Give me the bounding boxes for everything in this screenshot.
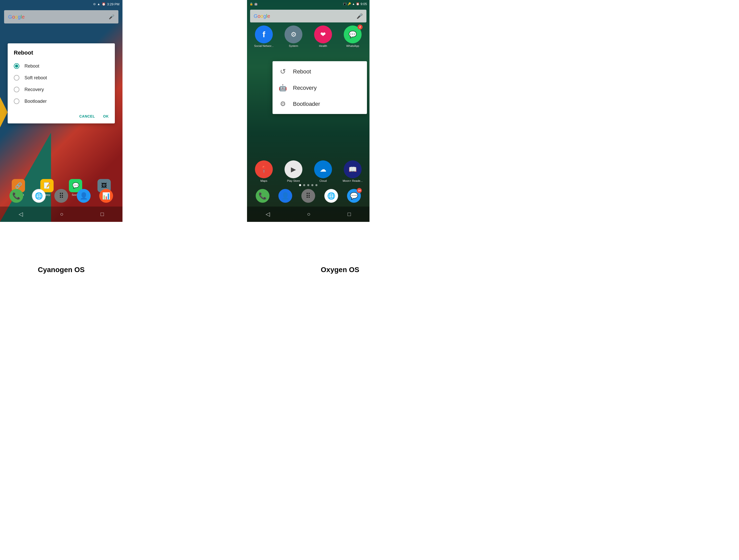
whatsapp-icon: 💬 2 bbox=[344, 25, 361, 43]
ok-button[interactable]: OK bbox=[101, 113, 111, 119]
cloud-icon: ☁ bbox=[314, 160, 332, 178]
health-icon: ❤ bbox=[314, 25, 332, 43]
context-menu-right: ↺ Reboot 🤖 Recovery ⚙ Bootloader bbox=[273, 61, 367, 114]
dock-apps[interactable]: ⠿ bbox=[54, 189, 68, 203]
vpn-icon: 🔑 bbox=[347, 2, 351, 6]
status-time-right: 9:05 bbox=[360, 2, 367, 6]
google-logo-left: Google bbox=[8, 14, 109, 20]
app-moon-reader[interactable]: 📖 Moon+ Reade... bbox=[340, 160, 365, 182]
radio-soft-reboot[interactable] bbox=[14, 75, 19, 80]
dock-contacts[interactable]: 👤 bbox=[77, 189, 91, 203]
labels-row: Cyanogen OS Oxygen OS bbox=[0, 259, 370, 280]
dock-right-apps[interactable]: ⠿ bbox=[301, 189, 315, 203]
home-nav-icon[interactable]: ○ bbox=[60, 211, 63, 217]
menu-reboot[interactable]: ↺ Reboot bbox=[273, 63, 367, 80]
signal-icon-right: ▲ bbox=[352, 2, 355, 5]
oxygen-phone: 🔒 🤖 📳 🔑 ▲ ⏰ 9:05 Google 🎤 f bbox=[247, 0, 370, 222]
signal-icon: ⊖ bbox=[93, 2, 96, 6]
cancel-button[interactable]: CANCEL bbox=[77, 113, 97, 119]
app-play-store[interactable]: ▶ Play Store bbox=[281, 160, 306, 182]
system-icon: ⚙ bbox=[285, 25, 302, 43]
mic-icon-right[interactable]: 🎤 bbox=[356, 13, 363, 19]
bottom-apps-right: 📍 Maps ▶ Play Store ☁ Cloud 📖 M bbox=[247, 160, 370, 182]
cloud-label: Cloud bbox=[319, 179, 327, 182]
menu-bootloader-label: Bootloader bbox=[293, 101, 320, 108]
bootloader-icon: ⚙ bbox=[279, 100, 287, 108]
dock-right: 📞 👤 ⠿ 🌐 💬 24 bbox=[247, 186, 370, 206]
app-maps[interactable]: 📍 Maps bbox=[251, 160, 277, 182]
app-system[interactable]: ⚙ System bbox=[281, 25, 306, 47]
top-apps-right: f Social Networ... ⚙ System ❤ Health 💬 bbox=[247, 25, 370, 47]
play-store-label: Play Store bbox=[287, 179, 300, 182]
dock-chrome[interactable]: 🌐 bbox=[32, 189, 46, 203]
back-nav-right[interactable]: ◁ bbox=[266, 211, 270, 217]
recovery-icon: 🤖 bbox=[279, 84, 287, 92]
search-bar-right[interactable]: Google 🎤 bbox=[250, 10, 366, 22]
maps-label: Maps bbox=[261, 179, 267, 182]
menu-reboot-label: Reboot bbox=[293, 68, 311, 75]
option-recovery-label: Recovery bbox=[24, 87, 44, 92]
option-soft-reboot[interactable]: Soft reboot bbox=[8, 72, 115, 83]
app-social-network[interactable]: f Social Networ... bbox=[251, 25, 277, 47]
whatsapp-label: WhatsApp bbox=[346, 44, 359, 47]
dock-right-chrome[interactable]: 🌐 bbox=[324, 189, 338, 203]
radio-recovery[interactable] bbox=[14, 87, 19, 92]
alarm-icon-right: ⏰ bbox=[356, 2, 359, 6]
search-bar-left[interactable]: Google 🎤 bbox=[4, 10, 118, 23]
play-store-icon: ▶ bbox=[285, 160, 302, 178]
option-bootloader-label: Bootloader bbox=[24, 99, 47, 104]
dock-right-contacts[interactable]: 👤 bbox=[278, 189, 292, 203]
menu-bootloader[interactable]: ⚙ Bootloader bbox=[273, 96, 367, 112]
label-right: Oxygen OS bbox=[241, 259, 370, 280]
dialog-actions: CANCEL OK bbox=[8, 109, 115, 119]
dock-right-phone[interactable]: 📞 bbox=[256, 189, 270, 203]
recents-nav-right[interactable]: □ bbox=[347, 211, 351, 217]
maps-icon: 📍 bbox=[255, 160, 273, 178]
status-bar-left: ⊖ ▲ ⏰ 3:29 PM bbox=[0, 0, 123, 8]
radio-reboot[interactable] bbox=[14, 63, 19, 69]
menu-recovery[interactable]: 🤖 Recovery bbox=[273, 80, 367, 96]
home-nav-right[interactable]: ○ bbox=[307, 211, 310, 217]
option-bootloader[interactable]: Bootloader bbox=[8, 96, 115, 107]
dock-right-messages[interactable]: 💬 24 bbox=[347, 189, 361, 203]
social-network-label: Social Networ... bbox=[254, 44, 274, 47]
middle-spacer bbox=[123, 0, 247, 259]
app-whatsapp[interactable]: 💬 2 WhatsApp bbox=[340, 25, 365, 47]
recents-nav-icon[interactable]: □ bbox=[101, 211, 104, 217]
cyanogen-os-label: Cyanogen OS bbox=[38, 266, 85, 274]
option-soft-reboot-label: Soft reboot bbox=[24, 75, 47, 80]
label-spacer bbox=[123, 259, 241, 280]
google-logo-right: Google bbox=[254, 13, 356, 19]
lock-icon: 🔒 bbox=[250, 2, 253, 6]
messages-badge: 24 bbox=[357, 188, 362, 193]
back-nav-icon[interactable]: ◁ bbox=[19, 211, 23, 217]
dock-left: 📞 🌐 ⠿ 👤 📊 bbox=[0, 186, 123, 206]
moon-reader-icon: 📖 bbox=[344, 160, 361, 178]
menu-recovery-label: Recovery bbox=[293, 85, 317, 91]
radio-bootloader[interactable] bbox=[14, 99, 19, 104]
mic-icon-left[interactable]: 🎤 bbox=[109, 14, 114, 20]
option-reboot[interactable]: Reboot bbox=[8, 60, 115, 72]
system-label: System bbox=[289, 44, 298, 47]
app-cloud[interactable]: ☁ Cloud bbox=[310, 160, 336, 182]
whatsapp-badge: 2 bbox=[357, 24, 362, 30]
app-health[interactable]: ❤ Health bbox=[310, 25, 336, 47]
wifi-icon: ▲ bbox=[97, 2, 100, 6]
status-right-group: 📳 🔑 ▲ ⏰ 9:05 bbox=[343, 2, 367, 6]
dock-stats[interactable]: 📊 bbox=[99, 189, 113, 203]
reboot-icon: ↺ bbox=[279, 67, 287, 76]
nav-bar-right: ◁ ○ □ bbox=[247, 207, 370, 222]
dock-phone[interactable]: 📞 bbox=[9, 189, 23, 203]
status-time-left: 3:29 PM bbox=[107, 2, 119, 6]
option-recovery[interactable]: Recovery bbox=[8, 83, 115, 96]
cyanogen-phone: ⊖ ▲ ⏰ 3:29 PM Google 🎤 Reboot Reboot S bbox=[0, 0, 123, 222]
health-label: Health bbox=[319, 44, 327, 47]
android-icon: 🤖 bbox=[254, 2, 258, 6]
status-bar-right: 🔒 🤖 📳 🔑 ▲ ⏰ 9:05 bbox=[247, 0, 370, 8]
bg-triangle-yellow bbox=[0, 97, 8, 128]
dialog-title: Reboot bbox=[8, 49, 115, 60]
option-reboot-label: Reboot bbox=[24, 63, 39, 69]
radio-inner-reboot bbox=[15, 64, 18, 67]
label-left: Cyanogen OS bbox=[0, 259, 123, 280]
social-network-icon: f bbox=[255, 25, 273, 43]
